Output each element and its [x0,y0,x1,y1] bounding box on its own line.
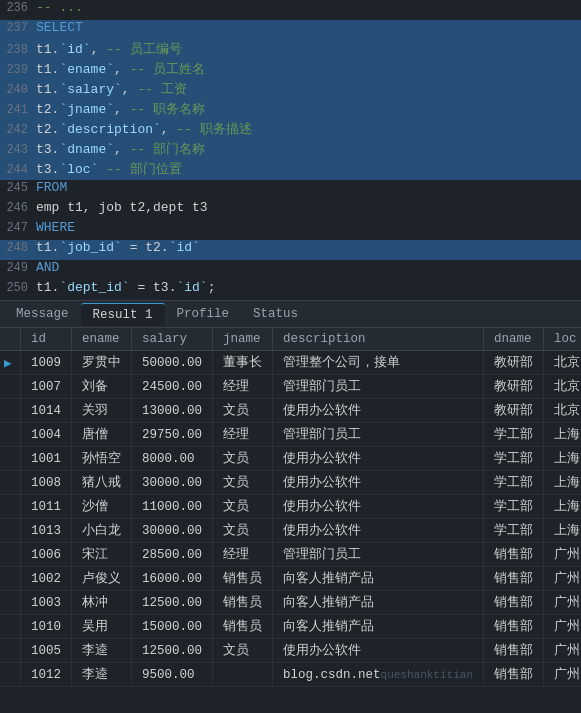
cell-jname: 董事长 [213,351,273,375]
token-plain: , [114,62,130,77]
row-indicator [0,375,21,399]
line-content: t2.`jname`, -- 职务名称 [36,100,581,118]
token-comment: -- ... [36,0,83,15]
cell-ename: 吴用 [72,615,132,639]
token-plain: emp t1, job t2,dept t3 [36,200,208,215]
table-row[interactable]: 1011沙僧11000.00文员使用办公软件学工部上海 [0,495,581,519]
cell-dname: 销售部 [483,543,543,567]
tab-message[interactable]: Message [4,303,81,325]
cell-description: blog.csdn.netqueshanktitian [273,663,484,687]
line-number: 238 [0,43,36,57]
token-plain: t1. [36,62,59,77]
table-row[interactable]: 1010吴用15000.00销售员向客人推销产品销售部广州 [0,615,581,639]
tab-profile[interactable]: Profile [165,303,242,325]
cell-salary: 24500.00 [132,375,213,399]
code-line: 242 t2.`description`, -- 职务描述 [0,120,581,140]
line-number: 244 [0,163,36,177]
results-area[interactable]: idenamesalaryjnamedescriptiondnameloc ▶1… [0,328,581,713]
cell-salary: 30000.00 [132,519,213,543]
line-content: t3.`dname`, -- 部门名称 [36,140,581,158]
cell-loc: 上海 [543,519,581,543]
cell-ename: 宋江 [72,543,132,567]
line-content: t1.`dept_id` = t3.`id`; [36,280,581,295]
line-content: t1.`ename`, -- 员工姓名 [36,60,581,78]
cell-id: 1002 [21,567,72,591]
cell-description: 向客人推销产品 [273,591,484,615]
cell-ename: 李逵 [72,663,132,687]
table-row[interactable]: ▶1009罗贯中50000.00董事长管理整个公司，接单教研部北京 [0,351,581,375]
line-content: t1.`job_id` = t2.`id` [36,240,581,255]
watermark: queshanktitian [381,669,473,681]
tab-status[interactable]: Status [241,303,310,325]
col-header-salary: salary [132,328,213,351]
cell-dname: 教研部 [483,375,543,399]
token-plain: = t2. [122,240,169,255]
row-indicator [0,591,21,615]
cell-salary: 13000.00 [132,399,213,423]
table-row[interactable]: 1008猪八戒30000.00文员使用办公软件学工部上海 [0,471,581,495]
cell-description: 管理部门员工 [273,543,484,567]
cell-description: 使用办公软件 [273,495,484,519]
token-col: `ename` [59,62,114,77]
token-col: `description` [59,122,160,137]
app-container: 236-- ...237SELECT238 t1.`id`, -- 员工编号23… [0,0,581,713]
cell-jname: 经理 [213,375,273,399]
cell-ename: 罗贯中 [72,351,132,375]
token-col: `loc` [59,162,98,177]
cell-loc: 广州 [543,639,581,663]
table-row[interactable]: 1012李逵9500.00blog.csdn.netqueshanktitian… [0,663,581,687]
row-indicator [0,495,21,519]
token-plain: t1. [36,42,59,57]
cell-description: 管理整个公司，接单 [273,351,484,375]
table-row[interactable]: 1005李逵12500.00文员使用办公软件销售部广州 [0,639,581,663]
tab-result-1[interactable]: Result 1 [81,303,165,326]
row-indicator [0,519,21,543]
cell-salary: 30000.00 [132,471,213,495]
line-content: t1.`id`, -- 员工编号 [36,40,581,58]
cell-jname: 文员 [213,495,273,519]
table-row[interactable]: 1013小白龙30000.00文员使用办公软件学工部上海 [0,519,581,543]
line-number: 243 [0,143,36,157]
cell-ename: 沙僧 [72,495,132,519]
cell-jname [213,663,273,687]
cell-jname: 销售员 [213,591,273,615]
cell-description: 向客人推销产品 [273,615,484,639]
token-kw: WHERE [36,220,75,235]
table-row[interactable]: 1003林冲12500.00销售员向客人推销产品销售部广州 [0,591,581,615]
token-col: `id` [169,240,200,255]
row-indicator [0,663,21,687]
table-row[interactable]: 1001孙悟空8000.00文员使用办公软件学工部上海 [0,447,581,471]
table-row[interactable]: 1004唐僧29750.00经理管理部门员工学工部上海 [0,423,581,447]
line-content: AND [36,260,581,275]
line-number: 237 [0,21,36,35]
token-plain: , [122,82,138,97]
token-comment: -- 职务描述 [176,122,251,137]
col-header-id: id [21,328,72,351]
token-plain: t1. [36,280,59,295]
row-indicator [0,423,21,447]
table-row[interactable]: 1006宋江28500.00经理管理部门员工销售部广州 [0,543,581,567]
cell-dname: 销售部 [483,591,543,615]
line-number: 245 [0,181,36,195]
table-row[interactable]: 1014关羽13000.00文员使用办公软件教研部北京 [0,399,581,423]
col-header-ename: ename [72,328,132,351]
cell-jname: 经理 [213,543,273,567]
line-content: SELECT [36,20,581,35]
cell-jname: 销售员 [213,567,273,591]
table-row[interactable]: 1002卢俊义16000.00销售员向客人推销产品销售部广州 [0,567,581,591]
cell-id: 1009 [21,351,72,375]
table-row[interactable]: 1007刘备24500.00经理管理部门员工教研部北京 [0,375,581,399]
code-line: 249AND [0,260,581,280]
line-number: 249 [0,261,36,275]
cell-ename: 卢俊义 [72,567,132,591]
cell-text: blog.csdn.net [283,668,381,682]
cell-loc: 广州 [543,615,581,639]
token-comment: -- 部门名称 [130,142,205,157]
cell-loc: 广州 [543,567,581,591]
cell-loc: 广州 [543,543,581,567]
cell-dname: 销售部 [483,663,543,687]
cell-ename: 李逵 [72,639,132,663]
token-plain: ; [208,280,216,295]
cell-id: 1011 [21,495,72,519]
token-col: `dept_id` [59,280,129,295]
